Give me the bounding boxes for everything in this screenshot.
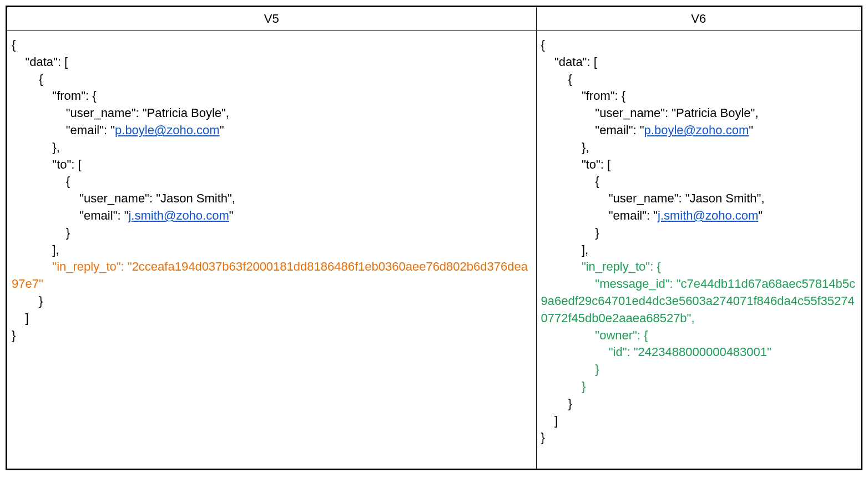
v6-line: }: [541, 429, 856, 446]
v6-cell: { "data": [ { "from": { "user_name": "Pa…: [537, 31, 861, 469]
text-fragment: Jason Smith: [160, 191, 228, 205]
v6-line: "email": "p.boyle@zoho.com": [541, 122, 856, 139]
email-link[interactable]: j.smith@zoho.com: [658, 209, 758, 222]
email-link[interactable]: j.smith@zoho.com: [128, 209, 229, 222]
text-fragment: ": [220, 123, 224, 137]
text-fragment: "email": ": [12, 123, 115, 137]
v6-line: }: [541, 225, 856, 242]
v5-line: "from": {: [12, 88, 532, 105]
email-link[interactable]: p.boyle@zoho.com: [115, 123, 220, 137]
text-fragment: ": [749, 123, 753, 137]
email-link[interactable]: p.boyle@zoho.com: [644, 123, 749, 137]
text-fragment: Jason Smith: [690, 191, 757, 205]
v6-line: {: [541, 71, 856, 88]
header-v5: V5: [7, 7, 537, 30]
text-fragment: "email": ": [12, 209, 128, 222]
comparison-table: V5 V6 { "data": [ { "from": { "user_name…: [6, 6, 862, 470]
v5-line: "email": "j.smith@zoho.com": [12, 207, 532, 225]
table-body-row: { "data": [ { "from": { "user_name": "Pa…: [7, 31, 861, 469]
text-fragment: "user_name": ": [12, 191, 160, 205]
v6-highlight-green: "id": "2423488000000483001": [541, 344, 856, 361]
v6-highlight-green: "message_id": "c7e44db11d67a68aec57814b5…: [541, 276, 856, 327]
v5-line: "user_name": "Patricia Boyle",: [12, 105, 532, 122]
v5-line: {: [12, 37, 532, 54]
v6-highlight-green: }: [541, 378, 856, 395]
v5-line: ],: [12, 242, 532, 259]
text-fragment: ",: [751, 106, 759, 120]
v5-line: }: [12, 293, 532, 310]
v6-line: "user_name": "Jason Smith",: [541, 190, 856, 207]
v6-highlight-green: "owner": {: [541, 327, 856, 344]
v5-line: "data": [: [12, 54, 532, 71]
v6-line: {: [541, 37, 856, 54]
text-fragment: "email": ": [541, 123, 644, 137]
v6-line: "email": "j.smith@zoho.com": [541, 207, 856, 225]
v5-line: ]: [12, 310, 532, 327]
v6-line: },: [541, 139, 856, 156]
v5-cell: { "data": [ { "from": { "user_name": "Pa…: [7, 31, 537, 469]
v5-line: {: [12, 173, 532, 190]
v5-line: "email": "p.boyle@zoho.com": [12, 122, 532, 139]
table-header-row: V5 V6: [7, 7, 861, 31]
v5-line: }: [12, 327, 532, 344]
v6-line: "user_name": "Patricia Boyle",: [541, 105, 856, 122]
text-fragment: Patricia Boyle: [676, 106, 751, 120]
text-fragment: "user_name": ": [541, 191, 690, 205]
v5-line: },: [12, 139, 532, 156]
v5-line: }: [12, 225, 532, 242]
text-fragment: ": [229, 209, 234, 222]
text-fragment: ",: [757, 191, 765, 205]
v6-line: ]: [541, 413, 856, 430]
header-v6: V6: [537, 7, 861, 30]
v6-highlight-green: "in_reply_to": {: [541, 258, 856, 276]
text-fragment: "user_name": ": [12, 106, 147, 120]
text-fragment: ",: [221, 106, 229, 120]
v6-line: {: [541, 173, 856, 190]
v6-line: }: [541, 395, 856, 413]
text-fragment: ",: [228, 191, 235, 205]
v6-line: "from": {: [541, 88, 856, 105]
v6-line: ],: [541, 242, 856, 259]
text-fragment: ": [758, 209, 763, 222]
text-fragment: "user_name": ": [541, 106, 677, 120]
v6-line: "to": [: [541, 156, 856, 174]
text-fragment: Patricia Boyle: [147, 106, 222, 120]
text-fragment: "email": ": [541, 209, 658, 222]
v5-line: "to": [: [12, 156, 532, 174]
v5-highlight-orange: "in_reply_to": "2cceafa194d037b63f200018…: [12, 258, 532, 293]
v5-line: "user_name": "Jason Smith",: [12, 190, 532, 207]
v5-line: {: [12, 71, 532, 88]
v6-highlight-green: }: [541, 361, 856, 378]
v6-line: "data": [: [541, 54, 856, 71]
